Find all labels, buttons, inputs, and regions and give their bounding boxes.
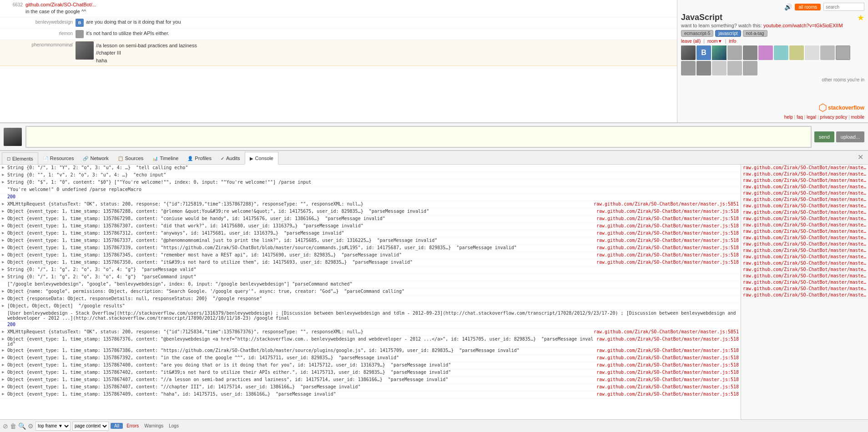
- expand-icon[interactable]: ▶: [0, 391, 6, 397]
- console-source[interactable]: raw.github.com/Zirak/SO-ChatBot/master/m…: [595, 355, 741, 361]
- right-source-line[interactable]: raw.github.com/Zirak/SO-ChatBot/master/m…: [741, 260, 868, 266]
- tab-console[interactable]: ▶ Console: [245, 152, 278, 165]
- avatar-grid-4[interactable]: [727, 45, 742, 60]
- avatar-grid-10[interactable]: [820, 45, 835, 60]
- expand-icon[interactable]: ▶: [0, 329, 6, 334]
- expand-icon[interactable]: ▶: [0, 274, 6, 279]
- right-source-line[interactable]: raw.github.com/Zirak/SO-ChatBot/master/m…: [741, 165, 868, 171]
- expand-icon[interactable]: ▶: [0, 377, 6, 382]
- console-source[interactable]: raw.github.com/Zirak/SO-ChatBot/master/m…: [595, 216, 741, 221]
- expand-icon[interactable]: ▶: [0, 336, 6, 342]
- tab-timeline[interactable]: 📊 Timeline: [148, 152, 183, 164]
- right-source-line[interactable]: raw.github.com/Zirak/SO-ChatBot/master/m…: [741, 241, 868, 247]
- right-source-line[interactable]: raw.github.com/Zirak/SO-ChatBot/master/m…: [741, 235, 868, 241]
- tab-elements[interactable]: ◻ Elements: [2, 152, 38, 164]
- avatar-grid-row2-1[interactable]: [696, 61, 711, 75]
- right-source-line[interactable]: raw.github.com/Zirak/SO-ChatBot/master/m…: [741, 228, 868, 235]
- right-source-line[interactable]: raw.github.com/Zirak/SO-ChatBot/master/m…: [741, 209, 868, 216]
- avatar-grid-11[interactable]: [836, 45, 850, 60]
- avatar-grid-6[interactable]: [758, 45, 773, 60]
- message-input[interactable]: [25, 126, 812, 148]
- tab-network[interactable]: 🔗 Network: [78, 152, 113, 164]
- avatar-grid-1[interactable]: [681, 45, 696, 60]
- star-icon[interactable]: ★: [857, 13, 864, 23]
- logs-filter[interactable]: Logs: [167, 423, 181, 428]
- console-source[interactable]: raw.github.com/Zirak/SO-ChatBot/master/m…: [595, 377, 741, 382]
- errors-filter[interactable]: Errors: [125, 423, 141, 428]
- expand-icon[interactable]: ▶: [0, 266, 6, 272]
- settings-icon[interactable]: ⚙: [28, 422, 34, 430]
- expand-icon[interactable]: ▶: [0, 369, 6, 375]
- footer-privacy[interactable]: privacy policy: [820, 115, 847, 120]
- console-source[interactable]: raw.github.com/Zirak/SO-ChatBot/master/m…: [595, 391, 741, 397]
- console-source[interactable]: raw.github.com/Zirak/SO-ChatBot/master/m…: [595, 237, 741, 243]
- right-source-line[interactable]: raw.github.com/Zirak/SO-ChatBot/master/m…: [741, 184, 868, 190]
- expand-icon[interactable]: ▶: [0, 172, 6, 177]
- room-video-link[interactable]: youtube.com/watch?v=tGk5ioEXIIM: [763, 23, 843, 28]
- right-source-line[interactable]: raw.github.com/Zirak/SO-ChatBot/master/m…: [741, 273, 868, 279]
- avatar-grid-8[interactable]: [789, 45, 804, 60]
- console-source[interactable]: raw.github.com/Zirak/SO-ChatBot/master/m…: [595, 259, 741, 265]
- search-input[interactable]: [823, 3, 864, 11]
- tab-audits[interactable]: ✓ Audits: [216, 152, 245, 164]
- tag-ecmascript[interactable]: ecmascript-5: [681, 30, 713, 37]
- avatar-grid-12[interactable]: [681, 61, 696, 75]
- footer-legal[interactable]: legal: [807, 115, 816, 120]
- warnings-filter[interactable]: Warnings: [142, 423, 165, 428]
- expand-icon[interactable]: ▶: [0, 347, 6, 353]
- footer-mobile[interactable]: mobile: [851, 115, 864, 120]
- tag-javascript[interactable]: javascript: [715, 30, 741, 37]
- console-source[interactable]: raw.github.com/Zirak/SO-ChatBot/master/m…: [592, 201, 741, 207]
- close-devtools[interactable]: ✕: [855, 151, 866, 164]
- avatar-grid-7[interactable]: [774, 45, 788, 60]
- avatar-grid-2[interactable]: B: [696, 45, 711, 60]
- tab-sources[interactable]: 📋 Sources: [113, 152, 148, 164]
- console-source[interactable]: raw.github.com/Zirak/SO-ChatBot/master/m…: [595, 384, 741, 390]
- console-source[interactable]: raw.github.com/Zirak/SO-ChatBot/master/m…: [592, 329, 741, 335]
- console-source[interactable]: raw.github.com/Zirak/SO-ChatBot/master/m…: [595, 223, 741, 229]
- right-source-line[interactable]: raw.github.com/Zirak/SO-ChatBot/master/m…: [741, 247, 868, 254]
- console-source[interactable]: raw.github.com/Zirak/SO-ChatBot/master/m…: [595, 230, 741, 236]
- expand-icon[interactable]: ▶: [0, 223, 6, 228]
- console-source[interactable]: raw.github.com/Zirak/SO-ChatBot/master/m…: [595, 208, 741, 214]
- github-link[interactable]: github.com/Zirak/SO-ChatBot/...: [25, 2, 96, 7]
- right-source-line[interactable]: raw.github.com/Zirak/SO-ChatBot/master/m…: [741, 266, 868, 273]
- expand-icon[interactable]: ▶: [0, 165, 6, 170]
- expand-icon[interactable]: ▶: [0, 296, 6, 301]
- leave-link[interactable]: leave (all): [681, 39, 701, 44]
- info-link[interactable]: info: [729, 39, 736, 44]
- expand-icon[interactable]: ▶: [0, 245, 6, 250]
- tab-profiles[interactable]: 👤 Profiles: [183, 152, 216, 164]
- right-source-line[interactable]: raw.github.com/Zirak/SO-ChatBot/master/m…: [741, 222, 868, 228]
- avatar-grid-row2-3[interactable]: [727, 61, 742, 75]
- all-filter-button[interactable]: All: [111, 423, 123, 429]
- right-source-line[interactable]: raw.github.com/Zirak/SO-ChatBot/master/m…: [741, 196, 868, 203]
- expand-icon[interactable]: ▶: [0, 355, 6, 360]
- avatar-grid-row2-2[interactable]: [712, 61, 727, 75]
- all-rooms-button[interactable]: all rooms: [795, 4, 821, 10]
- expand-icon[interactable]: ▶: [0, 201, 6, 206]
- stop-icon[interactable]: ⊘: [3, 422, 8, 430]
- footer-faq[interactable]: faq: [797, 115, 803, 120]
- upload-button[interactable]: upload...: [836, 131, 864, 142]
- console-source[interactable]: raw.github.com/Zirak/SO-ChatBot/master/m…: [595, 362, 741, 368]
- console-source[interactable]: raw.github.com/Zirak/SO-ChatBot/master/m…: [595, 336, 741, 342]
- search-console-icon[interactable]: 🔍: [18, 422, 26, 430]
- clear-icon[interactable]: 🗑: [10, 422, 16, 430]
- expand-icon[interactable]: ▶: [0, 288, 6, 294]
- expand-icon[interactable]: ▶: [0, 303, 6, 308]
- context-selector[interactable]: page context: [72, 422, 109, 431]
- send-button[interactable]: send: [814, 131, 834, 142]
- right-source-line[interactable]: raw.github.com/Zirak/SO-ChatBot/master/m…: [741, 286, 868, 292]
- avatar-grid-3[interactable]: [712, 45, 727, 60]
- expand-icon[interactable]: ▶: [0, 230, 6, 236]
- expand-icon[interactable]: ▶: [0, 208, 6, 214]
- console-source[interactable]: raw.github.com/Zirak/SO-ChatBot/master/m…: [595, 369, 741, 375]
- console-source[interactable]: raw.github.com/Zirak/SO-ChatBot/master/m…: [595, 252, 741, 258]
- tab-resources[interactable]: 📄 Resources: [38, 152, 79, 164]
- expand-icon[interactable]: ▶: [0, 216, 6, 221]
- console-source[interactable]: raw.github.com/Zirak/SO-ChatBot/master/m…: [595, 347, 741, 353]
- expand-icon[interactable]: ▶: [0, 179, 6, 185]
- right-source-line[interactable]: raw.github.com/Zirak/SO-ChatBot/master/m…: [741, 279, 868, 286]
- tag-not-a-tag[interactable]: not-a-tag: [743, 30, 767, 37]
